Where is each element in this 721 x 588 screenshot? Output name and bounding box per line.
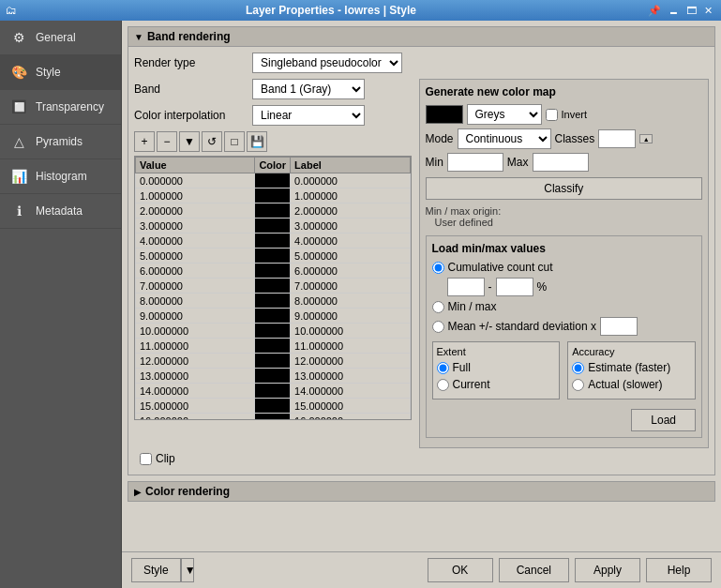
move-down-btn[interactable]: ▼: [179, 131, 200, 152]
classify-button[interactable]: Classify: [426, 177, 703, 200]
color-preview[interactable]: [426, 105, 463, 124]
cell-value: 2.000000: [136, 204, 255, 219]
cell-color: [255, 249, 291, 264]
band-row: Band Band 1 (Gray): [134, 79, 412, 99]
actual-radio[interactable]: [572, 379, 584, 391]
classes-input[interactable]: 5: [598, 129, 636, 148]
band-select[interactable]: Band 1 (Gray): [252, 79, 365, 99]
cell-color: [255, 369, 291, 384]
sidebar-item-transparency[interactable]: 🔲 Transparency: [0, 90, 121, 125]
cell-label: 10.000000: [291, 324, 410, 339]
cell-value: 12.000000: [136, 354, 255, 369]
sidebar-item-pyramids[interactable]: △ Pyramids: [0, 125, 121, 159]
cell-color: [255, 309, 291, 324]
estimate-radio[interactable]: [572, 362, 584, 374]
extent-accuracy: Extent Full Current: [432, 341, 697, 400]
refresh-btn[interactable]: ↺: [202, 131, 222, 152]
left-column: Band Band 1 (Gray) Color interpolation L…: [134, 79, 412, 448]
load-minmax-section: Load min/max values Cumulative count cut…: [426, 235, 703, 438]
pyramids-icon: △: [9, 132, 28, 151]
mode-label: Mode: [426, 132, 454, 145]
mode-row: Mode Continuous Classes 5 ▲: [426, 128, 703, 149]
help-button[interactable]: Help: [646, 558, 712, 582]
cell-label: 14.000000: [291, 384, 410, 399]
current-radio[interactable]: [437, 379, 449, 391]
col-label: Label: [291, 158, 410, 173]
classes-up-btn[interactable]: ▲: [639, 134, 653, 143]
cell-color: [255, 173, 291, 188]
render-type-select[interactable]: Singleband pseudocolor: [252, 53, 402, 73]
band-rendering-content: Render type Singleband pseudocolor Band: [128, 47, 715, 475]
sidebar-label-transparency: Transparency: [36, 100, 104, 113]
minmax-radio[interactable]: [432, 301, 444, 313]
band-rendering-header[interactable]: ▼ Band rendering: [128, 26, 715, 47]
close-btn[interactable]: ✕: [701, 4, 715, 18]
sidebar-item-metadata[interactable]: ℹ Metadata: [0, 194, 121, 229]
table-row: 4.0000004.000000: [136, 234, 411, 249]
cell-color: [255, 399, 291, 414]
table-toolbar: + − ▼ ↺ □ 💾: [134, 131, 412, 152]
title-bar: 🗂 Layer Properties - lowres | Style 📌 🗕 …: [0, 0, 721, 21]
extent-title: Extent: [437, 346, 556, 357]
cumulative-min-input[interactable]: 2,0: [447, 278, 485, 296]
table-row: 2.0000002.000000: [136, 204, 411, 219]
cell-label: 0.000000: [291, 173, 410, 188]
cell-label: 15.000000: [291, 399, 410, 414]
style-dropdown-btn[interactable]: ▼: [181, 558, 194, 582]
full-radio-row: Full: [437, 361, 556, 374]
copy-btn[interactable]: □: [224, 131, 245, 152]
table-row: 11.00000011.000000: [136, 339, 411, 354]
color-rendering-header[interactable]: ▶ Color rendering: [128, 481, 715, 502]
interp-label: Color interpolation: [134, 109, 247, 122]
save-btn[interactable]: 💾: [247, 131, 267, 152]
minmax-radio-row: Min / max: [432, 300, 697, 313]
cell-label: 2.000000: [291, 204, 410, 219]
mean-input[interactable]: 2,00: [600, 317, 638, 336]
table-scroll[interactable]: Value Color Label 0.0000000.0000001.0000…: [135, 157, 411, 419]
cell-color: [255, 188, 291, 204]
interp-select[interactable]: Linear: [252, 105, 365, 126]
max-btn[interactable]: 🗖: [683, 4, 699, 18]
metadata-icon: ℹ: [9, 202, 28, 220]
ok-button[interactable]: OK: [428, 558, 493, 582]
cumulative-row: Cumulative count cut: [432, 261, 697, 274]
cell-value: 16.000000: [136, 414, 255, 420]
cell-value: 8.000000: [136, 294, 255, 309]
greys-select[interactable]: Greys: [467, 104, 542, 125]
color-rendering-arrow: ▶: [134, 487, 142, 497]
cell-color: [255, 384, 291, 399]
cell-color: [255, 234, 291, 249]
invert-checkbox[interactable]: [546, 109, 558, 121]
load-btn-row: Load: [432, 405, 697, 431]
pin-btn[interactable]: 📌: [645, 4, 664, 18]
sidebar-item-style[interactable]: 🎨 Style: [0, 55, 121, 90]
remove-row-btn[interactable]: −: [157, 131, 177, 152]
cumulative-max-input[interactable]: 98,0: [496, 278, 533, 296]
mode-select[interactable]: Continuous: [458, 128, 551, 149]
color-rendering-section: ▶ Color rendering: [128, 481, 715, 502]
add-row-btn[interactable]: +: [134, 131, 155, 152]
colormap-color-row: Greys Invert: [426, 104, 703, 125]
cell-color: [255, 324, 291, 339]
cumulative-radio[interactable]: [432, 262, 444, 274]
table-row: 10.00000010.000000: [136, 324, 411, 339]
cell-color: [255, 264, 291, 279]
apply-button[interactable]: Apply: [575, 558, 640, 582]
max-input[interactable]: 250: [533, 153, 589, 172]
style-button[interactable]: Style: [131, 558, 181, 582]
min-btn[interactable]: 🗕: [666, 4, 682, 18]
sidebar-item-general[interactable]: ⚙ General: [0, 21, 121, 55]
sidebar-item-histogram[interactable]: 📊 Histogram: [0, 159, 121, 194]
full-radio[interactable]: [437, 362, 449, 374]
general-icon: ⚙: [9, 28, 28, 47]
sidebar-label-general: General: [36, 31, 76, 44]
scroll-container: ▼ Band rendering Render type Singleband …: [122, 21, 721, 551]
color-table-container: Value Color Label 0.0000000.0000001.0000…: [134, 156, 412, 420]
cancel-button[interactable]: Cancel: [499, 558, 569, 582]
load-button[interactable]: Load: [631, 409, 696, 431]
mean-radio[interactable]: [432, 321, 444, 333]
clip-checkbox[interactable]: [140, 453, 152, 465]
min-input[interactable]: 0: [447, 153, 503, 172]
minmax-label: Min / max: [448, 300, 497, 313]
accuracy-box: Accuracy Estimate (faster) Actual (slowe…: [567, 341, 696, 400]
